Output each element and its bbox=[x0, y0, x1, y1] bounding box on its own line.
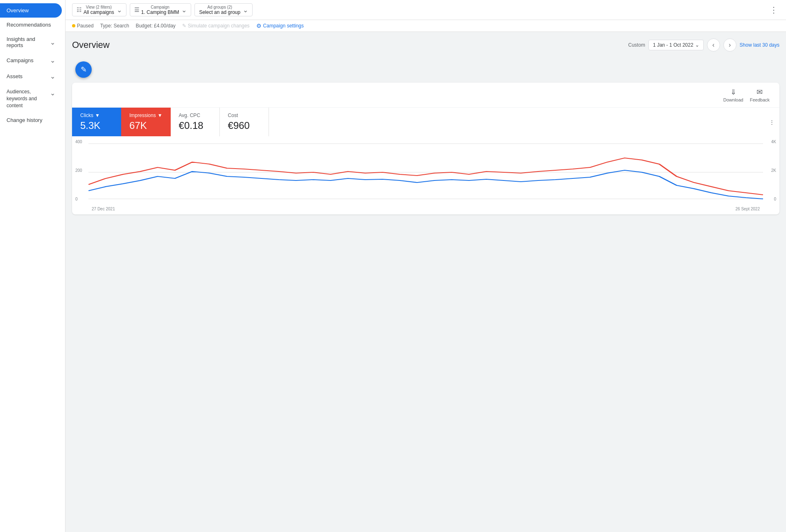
y-label-left-0: 400 bbox=[75, 140, 82, 144]
date-range-button[interactable]: 1 Jan - 1 Oct 2022 ⌄ bbox=[648, 40, 704, 50]
impressions-sort-arrow: ▼ bbox=[158, 113, 163, 118]
chevron-down-icon: ⌄ bbox=[50, 56, 55, 64]
chart-svg bbox=[72, 140, 779, 205]
chevron-down-icon: ⌄ bbox=[243, 6, 248, 14]
metric-tile-avg-cpc[interactable]: Avg. CPC €0.18 bbox=[171, 108, 220, 136]
more-metrics-button[interactable]: ⋮ bbox=[764, 108, 779, 136]
adgroups-filter-button[interactable]: Ad groups (2) Select an ad group ⌄ bbox=[194, 3, 253, 16]
campaign-type: Type: Search bbox=[100, 23, 129, 29]
chart-toolbar: ⇓ Download ✉ Feedback ⋮ bbox=[72, 83, 779, 108]
campaign-settings-link[interactable]: ⚙ Campaign settings bbox=[256, 23, 304, 29]
edit-icon: ✎ bbox=[81, 65, 87, 74]
avg-cpc-value: €0.18 bbox=[179, 120, 211, 131]
chevron-down-icon: ⌄ bbox=[181, 6, 187, 14]
filter-icon: ☷ bbox=[77, 7, 82, 13]
campaign-icon: ☰ bbox=[134, 7, 140, 13]
impressions-value: 67K bbox=[129, 120, 163, 131]
chart-container: 400 200 0 4K 2K 0 bbox=[72, 136, 779, 214]
y-label-right-2: 0 bbox=[771, 197, 776, 201]
campaign-status: Paused bbox=[72, 23, 94, 29]
pencil-icon: ✎ bbox=[182, 23, 186, 29]
download-icon: ⇓ bbox=[730, 88, 736, 97]
sidebar-item-overview[interactable]: Overview bbox=[0, 3, 62, 18]
overview-area: Overview Custom 1 Jan - 1 Oct 2022 ⌄ ‹ ›… bbox=[66, 32, 786, 221]
y-axis-left: 400 200 0 bbox=[75, 140, 82, 201]
cost-label: Cost bbox=[228, 113, 238, 118]
top-bar: ☷ View (2 filters) All campaigns ⌄ ☰ Cam… bbox=[66, 0, 786, 20]
main-content: ☷ View (2 filters) All campaigns ⌄ ☰ Cam… bbox=[66, 0, 786, 532]
download-button[interactable]: ⇓ Download bbox=[720, 86, 747, 104]
chevron-down-icon: ⌄ bbox=[50, 38, 55, 46]
sidebar-item-recommendations[interactable]: Recommendations bbox=[0, 18, 62, 32]
metrics-row: Clicks ▼ 5.3K Impressions ▼ 67K bbox=[72, 108, 779, 136]
view-filter-button[interactable]: ☷ View (2 filters) All campaigns ⌄ bbox=[72, 3, 126, 16]
x-label-start: 27 Dec 2021 bbox=[92, 207, 115, 211]
y-label-left-2: 0 bbox=[75, 197, 82, 201]
chevron-down-icon: ⌄ bbox=[50, 72, 55, 80]
gear-icon: ⚙ bbox=[256, 23, 262, 29]
clicks-value: 5.3K bbox=[80, 120, 113, 131]
metric-tile-cost[interactable]: Cost €960 bbox=[220, 108, 269, 136]
sidebar: Overview Recommendations Insights and re… bbox=[0, 0, 66, 532]
simulate-changes-link: ✎ Simulate campaign changes bbox=[182, 23, 250, 29]
page-title: Overview bbox=[72, 40, 110, 50]
campaign-filter-button[interactable]: ☰ Campaign 1. Camping BMM ⌄ bbox=[130, 3, 192, 16]
fab-row: ✎ bbox=[72, 56, 779, 78]
date-prev-button[interactable]: ‹ bbox=[707, 38, 720, 52]
chevron-down-icon: ⌄ bbox=[695, 42, 699, 48]
date-range-value: 1 Jan - 1 Oct 2022 bbox=[653, 42, 693, 48]
y-label-left-1: 200 bbox=[75, 168, 82, 173]
edit-fab-button[interactable]: ✎ bbox=[75, 61, 92, 78]
x-label-end: 26 Sept 2022 bbox=[736, 207, 760, 211]
campaign-budget: Budget: £4.00/day bbox=[136, 23, 175, 29]
metric-tile-clicks[interactable]: Clicks ▼ 5.3K bbox=[72, 108, 121, 136]
metrics-spacer bbox=[269, 108, 764, 136]
y-label-right-0: 4K bbox=[771, 140, 776, 144]
clicks-label: Clicks bbox=[80, 113, 93, 118]
avg-cpc-label: Avg. CPC bbox=[179, 113, 200, 118]
chart-card: ⇓ Download ✉ Feedback ⋮ Clicks ▼ bbox=[72, 83, 779, 214]
date-controls: Custom 1 Jan - 1 Oct 2022 ⌄ ‹ › Show las… bbox=[628, 38, 779, 52]
chevron-down-icon: ⌄ bbox=[50, 89, 55, 97]
date-preset-label: Custom bbox=[628, 42, 645, 48]
metric-tile-impressions[interactable]: Impressions ▼ 67K bbox=[121, 108, 171, 136]
date-next-button[interactable]: › bbox=[723, 38, 736, 52]
overview-header: Overview Custom 1 Jan - 1 Oct 2022 ⌄ ‹ ›… bbox=[72, 38, 779, 52]
chevron-down-icon: ⌄ bbox=[117, 6, 122, 14]
sidebar-item-campaigns[interactable]: Campaigns ⌄ bbox=[0, 52, 62, 68]
sidebar-item-insights-reports[interactable]: Insights and reports ⌄ bbox=[0, 32, 62, 52]
status-dot bbox=[72, 24, 75, 27]
y-axis-right: 4K 2K 0 bbox=[771, 140, 776, 201]
impressions-label: Impressions bbox=[129, 113, 156, 118]
sidebar-item-assets[interactable]: Assets ⌄ bbox=[0, 68, 62, 84]
clicks-sort-arrow: ▼ bbox=[95, 113, 100, 118]
app-container: Overview Recommendations Insights and re… bbox=[0, 0, 786, 532]
sidebar-item-change-history[interactable]: Change history bbox=[0, 113, 62, 127]
sub-bar: Paused Type: Search Budget: £4.00/day ✎ … bbox=[66, 20, 786, 32]
x-axis-labels: 27 Dec 2021 26 Sept 2022 bbox=[72, 205, 779, 214]
feedback-icon: ✉ bbox=[757, 88, 763, 97]
cost-value: €960 bbox=[228, 120, 260, 131]
y-label-right-1: 2K bbox=[771, 168, 776, 173]
sidebar-item-audiences-keywords[interactable]: Audiences, keywords and content ⌄ bbox=[0, 84, 62, 113]
feedback-button[interactable]: ✉ Feedback bbox=[747, 86, 773, 104]
show-last-30-days-button[interactable]: Show last 30 days bbox=[740, 42, 779, 48]
